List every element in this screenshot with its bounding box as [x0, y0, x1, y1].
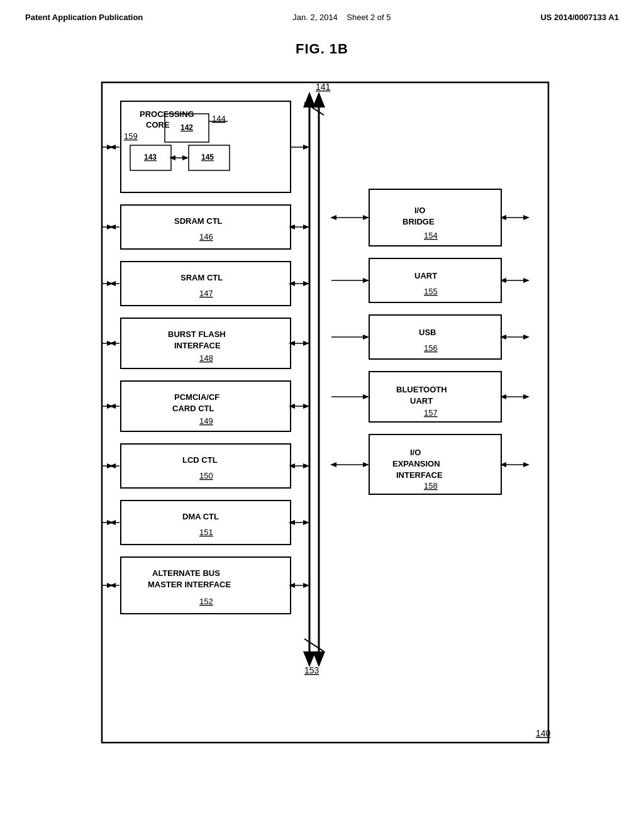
svg-marker-57 — [289, 404, 295, 409]
fig-title: FIG. 1B — [25, 41, 619, 57]
svg-line-133 — [304, 639, 324, 651]
svg-text:157: 157 — [424, 408, 438, 418]
svg-text:148: 148 — [199, 353, 213, 363]
svg-marker-44 — [107, 341, 113, 346]
svg-rect-67 — [121, 501, 291, 545]
header-center: Jan. 2, 2014 Sheet 2 of 5 — [292, 13, 391, 22]
page: Patent Application Publication Jan. 2, 2… — [0, 0, 644, 830]
header-right: US 2014/0007133 A1 — [540, 13, 619, 22]
svg-text:156: 156 — [424, 343, 438, 353]
svg-marker-92 — [330, 215, 336, 220]
svg-marker-117 — [363, 394, 369, 399]
svg-text:BURST FLASH: BURST FLASH — [168, 329, 226, 339]
svg-marker-108 — [363, 335, 369, 340]
svg-marker-12 — [182, 155, 189, 160]
svg-marker-100 — [363, 278, 369, 283]
svg-text:155: 155 — [424, 287, 438, 296]
svg-rect-58 — [121, 444, 291, 488]
label-140: 140 — [536, 728, 551, 738]
svg-marker-130 — [523, 462, 530, 467]
svg-text:PCMCIA/CF: PCMCIA/CF — [174, 392, 219, 402]
svg-marker-63 — [107, 463, 113, 468]
svg-marker-66 — [289, 463, 295, 468]
svg-text:149: 149 — [199, 416, 213, 426]
svg-text:I/O: I/O — [410, 448, 421, 457]
svg-marker-94 — [523, 215, 530, 220]
svg-marker-127 — [363, 462, 369, 467]
svg-marker-54 — [107, 404, 113, 409]
svg-text:147: 147 — [199, 289, 213, 298]
svg-text:UART: UART — [410, 396, 433, 406]
svg-text:EXPANSION: EXPANSION — [392, 459, 440, 468]
diagram-svg: 140 141 153 PROCESSING CORE — [83, 76, 561, 755]
label-141: 141 — [316, 82, 331, 92]
svg-marker-110 — [523, 335, 530, 340]
svg-text:USB: USB — [419, 328, 436, 337]
svg-text:SDRAM CTL: SDRAM CTL — [174, 216, 223, 226]
svg-text:150: 150 — [199, 471, 213, 480]
svg-rect-0 — [102, 82, 548, 743]
label-153: 153 — [304, 665, 319, 675]
svg-text:ALTERNATE BUS: ALTERNATE BUS — [152, 568, 220, 578]
label-142-num: 142 — [180, 123, 193, 132]
label-143: 143 — [144, 153, 157, 162]
label-145: 145 — [201, 153, 214, 162]
label-159: 159 — [124, 131, 138, 141]
svg-marker-5 — [313, 92, 325, 108]
svg-marker-75 — [289, 520, 295, 525]
svg-marker-47 — [289, 341, 295, 346]
svg-marker-37 — [289, 281, 295, 286]
svg-marker-91 — [363, 215, 369, 220]
label-processing-core-2: CORE — [146, 120, 170, 130]
svg-marker-119 — [523, 394, 530, 399]
svg-rect-20 — [121, 205, 291, 249]
svg-text:DMA CTL: DMA CTL — [182, 512, 219, 521]
header-date: Jan. 2, 2014 — [292, 13, 338, 22]
svg-text:INTERFACE: INTERFACE — [174, 341, 221, 350]
svg-text:151: 151 — [199, 528, 213, 537]
svg-marker-102 — [523, 278, 530, 283]
svg-marker-25 — [107, 224, 113, 230]
svg-text:SRAM CTL: SRAM CTL — [180, 273, 223, 282]
svg-rect-29 — [121, 262, 291, 306]
svg-marker-85 — [289, 583, 295, 588]
svg-marker-82 — [107, 583, 113, 588]
svg-text:BLUETOOTH: BLUETOOTH — [396, 385, 447, 394]
svg-text:CARD CTL: CARD CTL — [172, 404, 214, 413]
svg-text:154: 154 — [424, 231, 438, 240]
svg-text:LCD CTL: LCD CTL — [182, 455, 218, 465]
page-header: Patent Application Publication Jan. 2, 2… — [25, 13, 619, 22]
svg-text:UART: UART — [414, 271, 437, 280]
svg-marker-128 — [330, 462, 336, 467]
diagram-container: 140 141 153 PROCESSING CORE — [83, 76, 561, 755]
svg-text:I/O: I/O — [414, 206, 425, 215]
header-left: Patent Application Publication — [25, 13, 143, 22]
svg-text:MASTER INTERFACE: MASTER INTERFACE — [148, 580, 231, 589]
svg-marker-34 — [107, 281, 113, 286]
svg-marker-72 — [107, 520, 113, 525]
svg-marker-13 — [169, 155, 175, 160]
svg-text:BRIDGE: BRIDGE — [402, 217, 435, 226]
svg-text:158: 158 — [424, 481, 438, 490]
svg-text:152: 152 — [199, 597, 213, 606]
svg-text:INTERFACE: INTERFACE — [396, 470, 443, 480]
svg-text:146: 146 — [199, 232, 213, 241]
header-sheet: Sheet 2 of 5 — [347, 13, 391, 22]
svg-marker-28 — [289, 224, 295, 230]
svg-marker-19 — [107, 145, 113, 150]
